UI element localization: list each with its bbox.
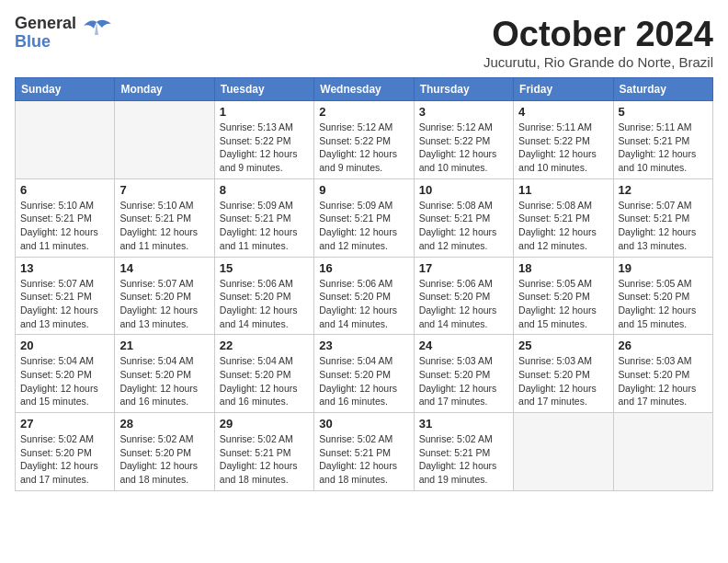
header-monday: Monday	[115, 78, 214, 101]
table-row: 8Sunrise: 5:09 AM Sunset: 5:21 PM Daylig…	[214, 178, 313, 257]
day-info: Sunrise: 5:02 AM Sunset: 5:21 PM Dayligh…	[319, 432, 408, 487]
header-sunday: Sunday	[16, 78, 115, 101]
header-friday: Friday	[514, 78, 613, 101]
table-row	[514, 413, 613, 491]
day-info: Sunrise: 5:06 AM Sunset: 5:20 PM Dayligh…	[419, 277, 508, 331]
month-title: October 2024	[483, 15, 713, 54]
table-row: 23Sunrise: 5:04 AM Sunset: 5:20 PM Dayli…	[314, 335, 414, 413]
day-number: 5	[619, 105, 708, 119]
logo-bird-icon	[80, 18, 113, 44]
day-info: Sunrise: 5:07 AM Sunset: 5:21 PM Dayligh…	[619, 199, 708, 253]
table-row: 1Sunrise: 5:13 AM Sunset: 5:22 PM Daylig…	[214, 101, 313, 179]
day-number: 4	[518, 105, 608, 119]
day-number: 9	[319, 183, 408, 197]
day-info: Sunrise: 5:06 AM Sunset: 5:20 PM Dayligh…	[319, 277, 408, 331]
day-number: 21	[119, 339, 209, 352]
table-row	[613, 413, 712, 491]
day-info: Sunrise: 5:09 AM Sunset: 5:21 PM Dayligh…	[220, 199, 309, 253]
table-row: 17Sunrise: 5:06 AM Sunset: 5:20 PM Dayli…	[414, 257, 513, 335]
table-row: 21Sunrise: 5:04 AM Sunset: 5:20 PM Dayli…	[115, 335, 214, 413]
day-number: 16	[319, 261, 408, 275]
calendar-week-row: 20Sunrise: 5:04 AM Sunset: 5:20 PM Dayli…	[16, 335, 713, 413]
day-number: 27	[20, 417, 109, 431]
day-number: 11	[518, 183, 608, 197]
day-info: Sunrise: 5:09 AM Sunset: 5:21 PM Dayligh…	[319, 199, 408, 253]
table-row: 3Sunrise: 5:12 AM Sunset: 5:22 PM Daylig…	[414, 101, 513, 179]
day-info: Sunrise: 5:02 AM Sunset: 5:20 PM Dayligh…	[119, 432, 209, 487]
table-row: 7Sunrise: 5:10 AM Sunset: 5:21 PM Daylig…	[115, 178, 214, 257]
page-header: General Blue October 2024 Jucurutu, Rio …	[15, 15, 713, 70]
day-number: 3	[419, 105, 508, 119]
day-info: Sunrise: 5:04 AM Sunset: 5:20 PM Dayligh…	[319, 354, 408, 408]
table-row: 5Sunrise: 5:11 AM Sunset: 5:21 PM Daylig…	[613, 101, 712, 179]
day-number: 10	[419, 183, 508, 197]
day-info: Sunrise: 5:04 AM Sunset: 5:20 PM Dayligh…	[220, 354, 309, 408]
table-row: 31Sunrise: 5:02 AM Sunset: 5:21 PM Dayli…	[414, 413, 513, 491]
day-number: 31	[419, 417, 508, 431]
day-info: Sunrise: 5:13 AM Sunset: 5:22 PM Dayligh…	[220, 121, 309, 175]
logo-blue: Blue	[15, 33, 76, 52]
table-row	[115, 101, 214, 179]
header-wednesday: Wednesday	[314, 78, 414, 101]
day-number: 1	[220, 105, 309, 119]
day-number: 14	[119, 261, 209, 275]
table-row: 27Sunrise: 5:02 AM Sunset: 5:20 PM Dayli…	[16, 413, 115, 491]
table-row: 28Sunrise: 5:02 AM Sunset: 5:20 PM Dayli…	[115, 413, 214, 491]
day-info: Sunrise: 5:10 AM Sunset: 5:21 PM Dayligh…	[20, 199, 109, 253]
day-info: Sunrise: 5:10 AM Sunset: 5:21 PM Dayligh…	[119, 199, 209, 253]
day-info: Sunrise: 5:03 AM Sunset: 5:20 PM Dayligh…	[619, 354, 708, 408]
day-info: Sunrise: 5:12 AM Sunset: 5:22 PM Dayligh…	[319, 121, 408, 175]
day-number: 15	[220, 261, 309, 275]
table-row: 9Sunrise: 5:09 AM Sunset: 5:21 PM Daylig…	[314, 178, 414, 257]
header-saturday: Saturday	[613, 78, 712, 101]
table-row: 14Sunrise: 5:07 AM Sunset: 5:20 PM Dayli…	[115, 257, 214, 335]
location-subtitle: Jucurutu, Rio Grande do Norte, Brazil	[483, 54, 713, 70]
calendar-table: Sunday Monday Tuesday Wednesday Thursday…	[15, 77, 713, 491]
day-info: Sunrise: 5:03 AM Sunset: 5:20 PM Dayligh…	[419, 354, 508, 408]
calendar-week-row: 13Sunrise: 5:07 AM Sunset: 5:21 PM Dayli…	[16, 257, 713, 335]
table-row: 25Sunrise: 5:03 AM Sunset: 5:20 PM Dayli…	[514, 335, 613, 413]
table-row: 10Sunrise: 5:08 AM Sunset: 5:21 PM Dayli…	[414, 178, 513, 257]
day-number: 8	[220, 183, 309, 197]
header-tuesday: Tuesday	[214, 78, 313, 101]
table-row: 30Sunrise: 5:02 AM Sunset: 5:21 PM Dayli…	[314, 413, 414, 491]
day-info: Sunrise: 5:04 AM Sunset: 5:20 PM Dayligh…	[20, 354, 109, 408]
title-block: October 2024 Jucurutu, Rio Grande do Nor…	[483, 15, 713, 70]
table-row: 19Sunrise: 5:05 AM Sunset: 5:20 PM Dayli…	[613, 257, 712, 335]
day-number: 19	[619, 261, 708, 275]
day-number: 25	[518, 339, 608, 352]
table-row: 4Sunrise: 5:11 AM Sunset: 5:22 PM Daylig…	[514, 101, 613, 179]
day-info: Sunrise: 5:06 AM Sunset: 5:20 PM Dayligh…	[220, 277, 309, 331]
day-info: Sunrise: 5:11 AM Sunset: 5:21 PM Dayligh…	[619, 121, 708, 175]
table-row: 18Sunrise: 5:05 AM Sunset: 5:20 PM Dayli…	[514, 257, 613, 335]
day-number: 12	[619, 183, 708, 197]
weekday-header-row: Sunday Monday Tuesday Wednesday Thursday…	[16, 78, 713, 101]
day-info: Sunrise: 5:05 AM Sunset: 5:20 PM Dayligh…	[619, 277, 708, 331]
day-number: 24	[419, 339, 508, 352]
table-row: 26Sunrise: 5:03 AM Sunset: 5:20 PM Dayli…	[613, 335, 712, 413]
calendar-week-row: 6Sunrise: 5:10 AM Sunset: 5:21 PM Daylig…	[16, 178, 713, 257]
logo-general: General	[15, 15, 76, 33]
day-info: Sunrise: 5:07 AM Sunset: 5:21 PM Dayligh…	[20, 277, 109, 331]
day-number: 20	[20, 339, 109, 352]
header-thursday: Thursday	[414, 78, 513, 101]
day-info: Sunrise: 5:05 AM Sunset: 5:20 PM Dayligh…	[518, 277, 608, 331]
day-number: 23	[319, 339, 408, 352]
day-number: 30	[319, 417, 408, 431]
day-info: Sunrise: 5:02 AM Sunset: 5:21 PM Dayligh…	[220, 432, 309, 487]
table-row: 29Sunrise: 5:02 AM Sunset: 5:21 PM Dayli…	[214, 413, 313, 491]
day-info: Sunrise: 5:03 AM Sunset: 5:20 PM Dayligh…	[518, 354, 608, 408]
logo: General Blue	[15, 15, 113, 52]
day-info: Sunrise: 5:12 AM Sunset: 5:22 PM Dayligh…	[419, 121, 508, 175]
day-number: 7	[119, 183, 209, 197]
table-row: 20Sunrise: 5:04 AM Sunset: 5:20 PM Dayli…	[16, 335, 115, 413]
day-number: 17	[419, 261, 508, 275]
day-number: 28	[119, 417, 209, 431]
day-number: 2	[319, 105, 408, 119]
table-row: 11Sunrise: 5:08 AM Sunset: 5:21 PM Dayli…	[514, 178, 613, 257]
table-row: 24Sunrise: 5:03 AM Sunset: 5:20 PM Dayli…	[414, 335, 513, 413]
table-row	[16, 101, 115, 179]
day-info: Sunrise: 5:07 AM Sunset: 5:20 PM Dayligh…	[119, 277, 209, 331]
table-row: 6Sunrise: 5:10 AM Sunset: 5:21 PM Daylig…	[16, 178, 115, 257]
day-info: Sunrise: 5:04 AM Sunset: 5:20 PM Dayligh…	[119, 354, 209, 408]
